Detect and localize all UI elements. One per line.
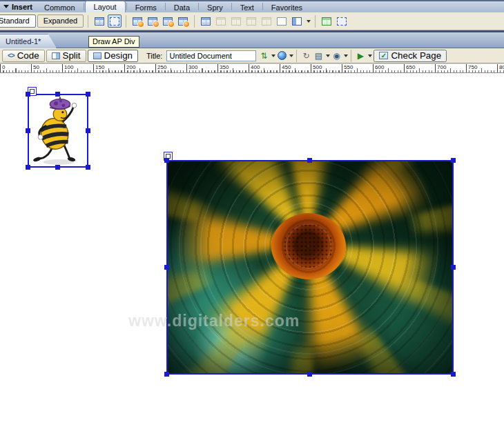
toolbar-separator — [126, 15, 126, 28]
design-view-button[interactable]: Design — [88, 50, 139, 62]
resize-handle-e[interactable] — [451, 265, 456, 270]
preview-in-browser-icon[interactable] — [275, 50, 288, 62]
ruler-label-650: 650 — [404, 64, 415, 73]
validate-markup-icon[interactable]: ▶ — [354, 50, 367, 62]
frames-icon[interactable] — [290, 14, 304, 28]
insert-tab-text[interactable]: Text — [233, 2, 262, 12]
design-canvas[interactable]: www.digitalders.com — [0, 73, 504, 436]
resize-handle-w[interactable] — [26, 128, 30, 133]
resize-handle-nw[interactable] — [26, 92, 30, 97]
insert-div-tag-icon — [95, 17, 104, 26]
insert-row-above-icon — [216, 17, 226, 26]
view-options-icon[interactable]: ▤ — [312, 50, 324, 62]
resize-handle-w[interactable] — [164, 265, 169, 270]
ruler-label-100: 100 — [62, 64, 73, 73]
ap-elements-icon — [337, 17, 347, 26]
spry-tabbed-panels-icon[interactable] — [146, 14, 159, 28]
insert-menu-label: Insert — [12, 3, 32, 11]
resize-handle-ne[interactable] — [86, 92, 90, 97]
table-icon — [201, 17, 211, 26]
document-tab[interactable]: Untitled-1* — [0, 34, 57, 48]
ruler-label-150: 150 — [93, 64, 104, 73]
resize-handle-sw[interactable] — [164, 372, 169, 377]
insert-column-right-icon[interactable] — [260, 14, 273, 28]
spry-tabbed-panels-icon — [148, 17, 157, 26]
frames-icon — [292, 17, 302, 26]
dropdown-arrow-icon[interactable] — [344, 54, 348, 59]
spry-accordion-icon[interactable] — [161, 14, 175, 28]
ruler-label-500: 500 — [311, 64, 322, 73]
visual-aids-icon[interactable]: ◉ — [330, 50, 342, 62]
refresh-design-view-icon[interactable]: ↻ — [300, 50, 312, 62]
tab-separator — [165, 3, 166, 10]
tabular-data-icon[interactable] — [320, 14, 333, 28]
insert-column-left-icon[interactable] — [244, 14, 258, 28]
watermark-text: www.digitalders.com — [128, 312, 300, 330]
resize-handle-ne[interactable] — [451, 158, 456, 163]
toolbar-separator — [296, 50, 297, 62]
insert-bar: Insert CommonLayoutFormsDataSpryTextFavo… — [0, 1, 504, 12]
table-icon[interactable] — [199, 14, 213, 28]
tab-separator — [262, 3, 263, 10]
insert-column-left-icon — [246, 17, 256, 26]
ruler-label-750: 750 — [466, 64, 477, 73]
spry-menu-bar-icon[interactable] — [130, 14, 144, 28]
insert-tab-data[interactable]: Data — [166, 2, 197, 12]
bee-ap-div[interactable] — [28, 94, 88, 168]
insert-menu[interactable]: Insert — [2, 2, 37, 12]
expanded-mode-button[interactable]: Expanded — [37, 14, 84, 28]
insert-row-above-icon[interactable] — [214, 14, 228, 28]
resize-handle-nw[interactable] — [164, 158, 169, 163]
resize-handle-n[interactable] — [55, 92, 60, 97]
design-button-label: Design — [104, 50, 133, 61]
draw-ap-div-icon[interactable] — [108, 14, 122, 28]
ruler-label-600: 600 — [373, 64, 384, 73]
ruler-label-50: 50 — [31, 64, 39, 73]
ruler-label-300: 300 — [186, 64, 197, 73]
insert-tab-common[interactable]: Common — [37, 2, 83, 12]
insert-tab-favorites[interactable]: Favorites — [264, 2, 310, 12]
resize-handle-s[interactable] — [55, 165, 60, 170]
resize-handle-sw[interactable] — [26, 165, 30, 170]
tabular-data-icon — [322, 17, 331, 26]
resize-handle-se[interactable] — [451, 372, 456, 377]
check-page-icon: ✓ — [379, 52, 388, 59]
dropdown-arrow-icon[interactable] — [307, 20, 311, 25]
insert-tab-forms[interactable]: Forms — [128, 2, 164, 12]
resize-handle-se[interactable] — [86, 165, 90, 170]
insert-div-tag-icon[interactable] — [93, 14, 106, 28]
spry-collapsible-panel-icon[interactable] — [176, 14, 190, 28]
insert-row-below-icon[interactable] — [229, 14, 243, 28]
code-view-button[interactable]: <> Code — [2, 50, 45, 62]
split-button-label: Split — [63, 50, 81, 61]
ruler-label-450: 450 — [280, 64, 291, 73]
standard-mode-button[interactable]: Standard — [0, 14, 36, 28]
resize-handle-e[interactable] — [86, 128, 90, 133]
insert-tab-spry[interactable]: Spry — [200, 2, 231, 12]
code-button-label: Code — [17, 50, 39, 61]
iframe-icon — [277, 17, 287, 26]
tab-separator — [231, 3, 232, 10]
ruler-label-250: 250 — [155, 64, 166, 73]
tab-separator — [84, 3, 84, 10]
check-page-button[interactable]: ✓ Check Page — [374, 50, 447, 62]
dropdown-arrow-icon[interactable] — [289, 54, 293, 59]
file-management-icon[interactable]: ⇅ — [258, 50, 270, 62]
insert-tab-layout[interactable]: Layout — [85, 1, 126, 12]
ap-elements-icon[interactable] — [335, 14, 349, 28]
iframe-icon[interactable] — [275, 14, 289, 28]
flower-ap-div[interactable] — [166, 160, 454, 375]
preview-in-browser-icon — [278, 51, 287, 60]
horizontal-ruler: 0501001502002503003504004505005506006507… — [0, 63, 504, 73]
toolbar-separator — [88, 15, 88, 28]
tab-separator — [126, 3, 127, 10]
resize-handle-s[interactable] — [307, 372, 312, 377]
page-title-input[interactable] — [166, 50, 256, 61]
document-toolbar-icons: ⇅↻▤◉▶ — [258, 50, 372, 62]
spry-menu-bar-icon — [133, 17, 142, 26]
dropdown-arrow-icon[interactable] — [368, 54, 372, 59]
split-view-button[interactable]: Split — [46, 50, 86, 62]
ruler-label-800: 800 — [497, 64, 504, 73]
resize-handle-n[interactable] — [307, 158, 312, 163]
ruler-label-200: 200 — [124, 64, 135, 73]
